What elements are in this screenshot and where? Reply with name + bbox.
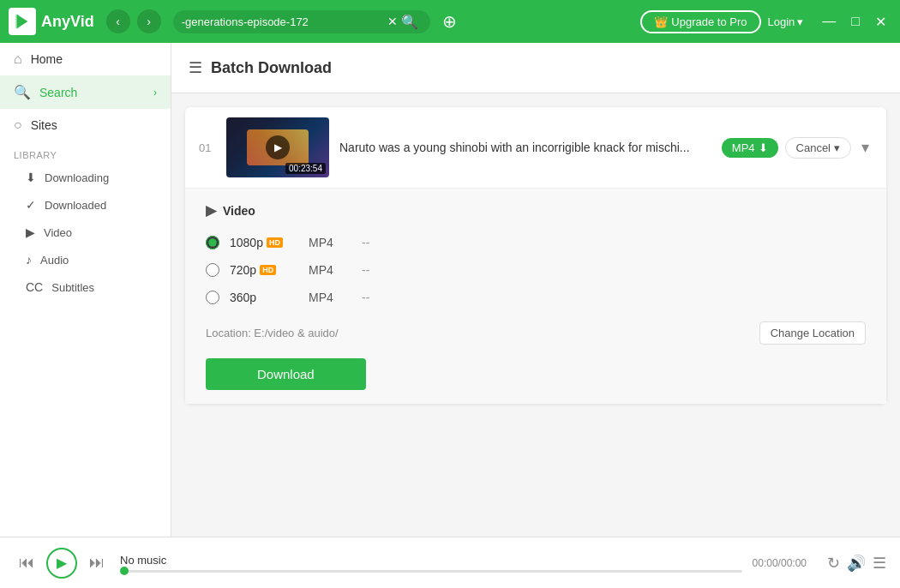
main-area: ⌂ Home 🔍 Search › ○ Sites Library ⬇ Down… — [0, 43, 900, 537]
video-icon: ▶ — [26, 225, 35, 239]
video-header: 01 ▶ 00:23:54 Naruto was a young shinobi… — [185, 107, 886, 189]
crown-icon: 👑 — [654, 15, 668, 28]
downloaded-label: Downloaded — [45, 199, 106, 212]
sidebar-item-video[interactable]: ▶ Video — [0, 219, 171, 246]
video-info: Naruto was a young shinobi with an incor… — [339, 141, 711, 154]
quality-radio-360p[interactable] — [206, 291, 219, 304]
batch-icon: ☰ — [189, 58, 202, 77]
player-right-controls: ↻ 🔊 ☰ — [827, 554, 886, 573]
quality-res-360p: 360p — [230, 291, 256, 304]
player-progress-bar[interactable] — [120, 570, 742, 573]
change-location-button[interactable]: Change Location — [759, 321, 866, 345]
login-button[interactable]: Login ▾ — [768, 15, 804, 28]
player-info: No music — [120, 554, 742, 573]
sidebar-item-sites[interactable]: ○ Sites — [0, 109, 171, 141]
bottom-player: ⏮ ▶ ⏭ No music 00:00/00:00 ↻ 🔊 ☰ — [0, 537, 900, 588]
upgrade-button[interactable]: 👑 Upgrade to Pro — [640, 10, 760, 33]
login-chevron-icon: ▾ — [797, 15, 803, 28]
sidebar: ⌂ Home 🔍 Search › ○ Sites Library ⬇ Down… — [0, 43, 171, 537]
sidebar-home-label: Home — [31, 52, 63, 66]
sidebar-item-audio[interactable]: ♪ Audio — [0, 246, 171, 273]
minimize-button[interactable]: — — [817, 12, 841, 32]
app-logo-icon — [9, 8, 36, 35]
sidebar-item-downloaded[interactable]: ✓ Downloaded — [0, 191, 171, 219]
player-repeat-button[interactable]: ↻ — [827, 554, 840, 573]
tab-text: -generations-episode-172 — [182, 15, 384, 28]
search-icon: 🔍 — [14, 84, 31, 100]
app-name: AnyVid — [41, 13, 94, 31]
expand-button[interactable]: ▾ — [858, 135, 873, 160]
player-prev-button[interactable]: ⏮ — [14, 550, 39, 576]
back-button[interactable]: ‹ — [106, 9, 130, 33]
quality-radio-720p[interactable] — [206, 263, 219, 277]
cancel-button[interactable]: Cancel ▾ — [785, 137, 851, 159]
player-volume-button[interactable]: 🔊 — [847, 554, 866, 573]
search-chevron-icon: › — [153, 87, 157, 99]
download-button[interactable]: Download — [206, 358, 366, 390]
quality-label-720p: 720p HD — [230, 263, 298, 277]
home-icon: ⌂ — [14, 51, 22, 67]
close-button[interactable]: ✕ — [870, 12, 891, 32]
sidebar-item-subtitles[interactable]: CC Subtitles — [0, 273, 171, 301]
quality-row-1080p: 1080p HD MP4 -- — [206, 229, 866, 256]
quality-size-1080p: -- — [362, 236, 369, 249]
format-button[interactable]: MP4 ⬇ — [722, 138, 778, 158]
content-area: ☰ Batch Download 01 ▶ 00:23:54 Naruto wa… — [171, 43, 900, 537]
add-tab-button[interactable]: ⊕ — [442, 11, 457, 32]
video-duration: 00:23:54 — [285, 163, 326, 174]
section-video-label: Video — [223, 204, 255, 218]
player-play-button[interactable]: ▶ — [46, 548, 77, 579]
downloading-icon: ⬇ — [26, 171, 36, 184]
title-bar: AnyVid ‹ › -generations-episode-172 ✕ 🔍 … — [0, 0, 900, 43]
video-section-icon: ▶ — [206, 202, 216, 219]
format-label: MP4 — [732, 141, 755, 154]
location-row: Location: E:/video & auido/ Change Locat… — [206, 321, 866, 345]
quality-label-1080p: 1080p HD — [230, 236, 298, 249]
cancel-label: Cancel — [796, 141, 831, 154]
video-thumbnail: ▶ 00:23:54 — [226, 117, 329, 177]
downloaded-icon: ✓ — [26, 198, 36, 212]
cancel-chevron-icon: ▾ — [834, 141, 840, 154]
section-video-title: ▶ Video — [206, 202, 866, 219]
player-track: No music — [120, 554, 742, 567]
video-header-right: MP4 ⬇ Cancel ▾ ▾ — [722, 135, 873, 160]
sidebar-item-home[interactable]: ⌂ Home — [0, 43, 171, 75]
quality-row-720p: 720p HD MP4 -- — [206, 256, 866, 284]
location-text: Location: E:/video & auido/ — [206, 327, 339, 339]
video-card: 01 ▶ 00:23:54 Naruto was a young shinobi… — [185, 107, 886, 404]
quality-format-720p: MP4 — [309, 263, 351, 277]
maximize-button[interactable]: □ — [846, 12, 865, 32]
sidebar-item-downloading[interactable]: ⬇ Downloading — [0, 164, 171, 191]
hd-badge-1080p: HD — [267, 237, 283, 248]
audio-icon: ♪ — [26, 253, 32, 267]
quality-res-720p: 720p — [230, 263, 256, 277]
format-download-icon: ⬇ — [759, 141, 768, 154]
svg-rect-1 — [15, 15, 20, 29]
sidebar-item-search[interactable]: 🔍 Search › — [0, 75, 171, 109]
player-next-button[interactable]: ⏭ — [84, 550, 110, 576]
logo-area: AnyVid — [9, 8, 94, 35]
tab-bar: -generations-episode-172 ✕ 🔍 — [173, 10, 430, 33]
quality-format-1080p: MP4 — [309, 236, 351, 249]
player-progress-dot — [120, 567, 129, 575]
play-overlay-icon: ▶ — [266, 135, 290, 159]
quality-radio-1080p[interactable] — [206, 236, 219, 249]
hd-badge-720p: HD — [260, 265, 276, 275]
sites-icon: ○ — [14, 117, 22, 133]
video-label: Video — [44, 226, 72, 239]
tab-close-button[interactable]: ✕ — [384, 15, 401, 28]
batch-header: ☰ Batch Download — [171, 43, 900, 93]
library-label: Library — [0, 141, 171, 164]
sidebar-sites-label: Sites — [31, 118, 57, 132]
quality-dropdown-panel: ▶ Video 1080p HD MP4 -- — [185, 189, 886, 404]
search-icon-button[interactable]: 🔍 — [401, 14, 418, 30]
quality-label-360p: 360p — [230, 291, 298, 304]
login-label: Login — [768, 15, 795, 28]
quality-size-360p: -- — [362, 291, 369, 304]
forward-button[interactable]: › — [137, 9, 161, 33]
window-controls: — □ ✕ — [817, 12, 891, 32]
subtitles-icon: CC — [26, 280, 43, 294]
quality-size-720p: -- — [362, 263, 369, 277]
player-queue-button[interactable]: ☰ — [873, 554, 886, 573]
quality-format-360p: MP4 — [309, 291, 351, 304]
